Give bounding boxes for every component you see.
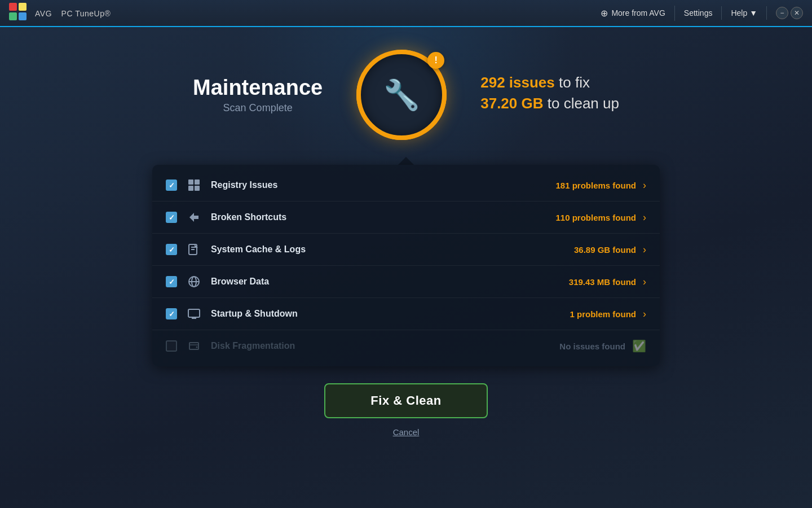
registry-chevron: › [643, 179, 646, 191]
issue-row-browser[interactable]: Browser Data 319.43 MB found › [152, 266, 660, 298]
checkbox-cache[interactable] [166, 244, 177, 255]
titlebar-right: ⊕ More from AVG Settings Help ▼ − ✕ [592, 6, 803, 21]
checkbox-browser[interactable] [166, 276, 177, 287]
startup-chevron: › [643, 308, 646, 320]
registry-result: 181 problems found [555, 181, 636, 190]
help-button[interactable]: Help ▼ [722, 6, 767, 20]
page-title: Maintenance [193, 76, 323, 100]
plus-icon: ⊕ [601, 8, 608, 19]
stats-block: 292 issues to fix 37.20 GB to clean up [480, 74, 619, 116]
panel-arrow [398, 157, 414, 165]
browser-chevron: › [643, 276, 646, 288]
startup-icon [186, 306, 202, 322]
content-wrapper: Maintenance Scan Complete 🔧 ! 292 issues… [152, 50, 660, 437]
wrench-icon: 🔧 [383, 78, 420, 112]
svg-rect-2 [188, 186, 193, 191]
scan-status: Scan Complete [193, 102, 323, 114]
fix-clean-button[interactable]: Fix & Clean [324, 383, 487, 418]
cleanup-stat: 37.20 GB to clean up [480, 95, 619, 112]
app-title: AVG PC TuneUp® [35, 7, 111, 19]
svg-rect-3 [195, 186, 200, 191]
shortcuts-chevron: › [643, 212, 646, 224]
main-content: Maintenance Scan Complete 🔧 ! 292 issues… [0, 27, 812, 508]
disk-check-icon: ✅ [632, 339, 646, 353]
cache-icon [186, 242, 202, 257]
issue-row-cache[interactable]: System Cache & Logs 36.89 GB found › [152, 234, 660, 266]
settings-button[interactable]: Settings [675, 6, 722, 20]
svg-rect-11 [188, 309, 200, 317]
close-button[interactable]: ✕ [791, 7, 803, 19]
more-from-avg-button[interactable]: ⊕ More from AVG [592, 6, 674, 21]
title-bar: AVG PC TuneUp® ⊕ More from AVG Settings … [0, 0, 812, 27]
status-icon-circle: 🔧 ! [356, 50, 447, 140]
shortcuts-label: Broken Shortcuts [211, 212, 555, 222]
shortcuts-icon [186, 209, 202, 225]
registry-label: Registry Issues [211, 180, 555, 190]
window-controls: − ✕ [776, 7, 803, 19]
disk-label: Disk Fragmentation [211, 341, 559, 351]
minimize-button[interactable]: − [776, 7, 788, 19]
svg-point-16 [196, 347, 198, 348]
issue-row-startup[interactable]: Startup & Shutdown 1 problem found › [152, 298, 660, 330]
issues-panel: Registry Issues 181 problems found › Bro… [152, 165, 660, 366]
issue-row-registry[interactable]: Registry Issues 181 problems found › [152, 169, 660, 202]
issues-stat: 292 issues to fix [480, 74, 619, 91]
cache-chevron: › [643, 244, 646, 256]
cache-result: 36.89 GB found [574, 245, 636, 255]
header-section: Maintenance Scan Complete 🔧 ! 292 issues… [193, 50, 619, 140]
logo-area: AVG PC TuneUp® [9, 3, 111, 23]
browser-result: 319.43 MB found [569, 277, 636, 287]
checkbox-registry[interactable] [166, 179, 177, 191]
checkbox-startup[interactable] [166, 308, 177, 319]
alert-badge: ! [427, 52, 444, 69]
checkbox-disk[interactable] [166, 340, 177, 352]
browser-label: Browser Data [211, 277, 569, 287]
disk-icon [186, 338, 202, 354]
browser-icon [186, 274, 202, 290]
cancel-link[interactable]: Cancel [393, 427, 420, 437]
svg-rect-0 [188, 179, 193, 185]
issue-row-shortcuts[interactable]: Broken Shortcuts 110 problems found › [152, 202, 660, 234]
checkbox-shortcuts[interactable] [166, 212, 177, 223]
avg-logo [9, 3, 29, 23]
issue-row-disk: Disk Fragmentation No issues found ✅ [152, 330, 660, 362]
title-block: Maintenance Scan Complete [193, 76, 323, 114]
disk-result: No issues found [559, 341, 625, 351]
svg-rect-1 [195, 179, 200, 185]
cache-label: System Cache & Logs [211, 244, 574, 255]
registry-icon [186, 177, 202, 193]
shortcuts-result: 110 problems found [555, 213, 636, 222]
startup-label: Startup & Shutdown [211, 309, 570, 319]
svg-rect-14 [189, 343, 198, 349]
startup-result: 1 problem found [570, 309, 637, 319]
